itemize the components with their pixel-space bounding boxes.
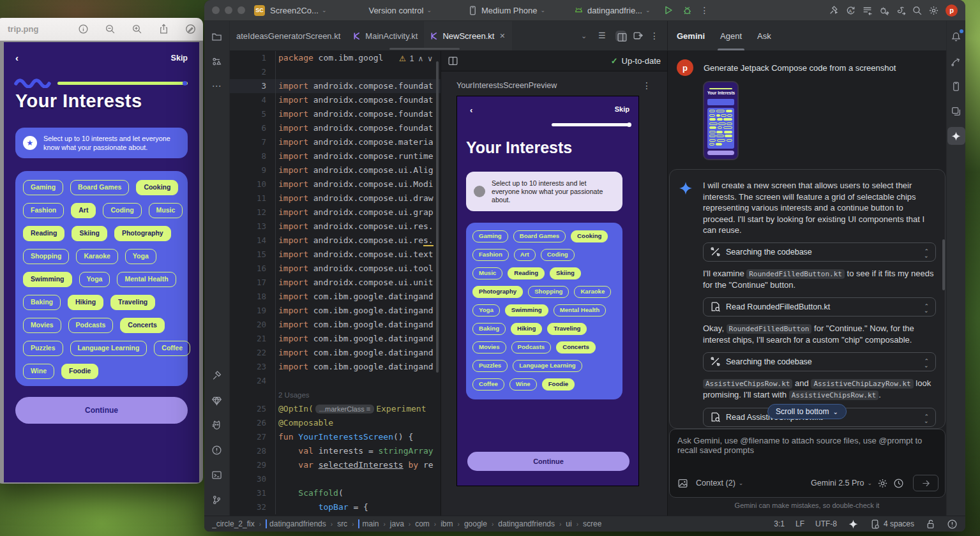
unfold-icon[interactable]: ⌃⌃ bbox=[924, 246, 929, 257]
line-number[interactable]: 21 bbox=[230, 332, 276, 346]
line-number[interactable]: 28 bbox=[230, 444, 276, 458]
line-number[interactable]: 9 bbox=[230, 163, 276, 177]
code-line[interactable]: 11import androidx.compose.ui.draw bbox=[230, 191, 441, 205]
minimize-window-button[interactable] bbox=[225, 6, 232, 14]
code-line[interactable]: 25@OptIn(...markerClass =Experiment bbox=[230, 402, 441, 416]
app-insights-icon[interactable] bbox=[208, 391, 226, 409]
code-line[interactable]: 23import com.ibm.google.datingand bbox=[230, 360, 441, 374]
code-line[interactable]: 17import androidx.compose.ui.unit bbox=[230, 276, 441, 290]
line-separator[interactable]: LF bbox=[795, 519, 804, 528]
code-line[interactable]: 29 var selectedInterests by re bbox=[230, 458, 441, 472]
line-number[interactable]: 1 bbox=[230, 51, 276, 65]
code-line[interactable]: 18import com.ibm.google.datingand bbox=[230, 290, 441, 304]
tab-agent[interactable]: Agent bbox=[720, 21, 742, 50]
line-number[interactable]: 25 bbox=[230, 402, 276, 416]
code-line[interactable]: 20import com.ibm.google.datingand bbox=[230, 318, 441, 332]
tab-ask[interactable]: Ask bbox=[757, 21, 771, 50]
line-number[interactable]: 23 bbox=[230, 360, 276, 374]
breadcrumb-item[interactable]: _circle_2_fix bbox=[212, 519, 255, 528]
zoom-window-button[interactable] bbox=[237, 6, 245, 14]
share-icon[interactable] bbox=[158, 24, 170, 35]
unfold-icon[interactable]: ⌃⌃ bbox=[924, 412, 929, 422]
code-line[interactable]: 30 bbox=[230, 472, 441, 486]
code-line[interactable]: 26@Composable bbox=[230, 416, 441, 430]
more-icon[interactable]: ⋯ bbox=[208, 77, 226, 95]
gemini-status-icon[interactable] bbox=[848, 519, 859, 530]
tab-scrollbar[interactable] bbox=[389, 48, 460, 50]
traffic-lights[interactable] bbox=[212, 6, 245, 14]
structure-lines-icon[interactable]: ☰ bbox=[598, 31, 609, 41]
breadcrumb-item[interactable]: main bbox=[358, 519, 379, 528]
tool-call-row[interactable]: Searching the codebase⌃⌃ bbox=[703, 352, 936, 371]
line-number[interactable]: 27 bbox=[230, 430, 276, 444]
code-line[interactable]: 15import androidx.compose.ui.text bbox=[230, 248, 441, 262]
caret-position[interactable]: 3:1 bbox=[774, 519, 785, 528]
breadcrumb-item[interactable]: ibm bbox=[441, 519, 453, 528]
detach-editor-icon[interactable] bbox=[633, 31, 644, 41]
code-line[interactable]: 28 val interests = stringArray bbox=[230, 444, 441, 458]
code-line[interactable]: 16import androidx.compose.ui.tool bbox=[230, 262, 441, 276]
close-window-button[interactable] bbox=[212, 6, 220, 14]
line-number[interactable]: 24 bbox=[230, 374, 276, 388]
bell-icon[interactable] bbox=[947, 27, 965, 45]
line-number[interactable]: 2 bbox=[230, 65, 276, 79]
gradle-sync-icon[interactable] bbox=[895, 5, 906, 16]
line-number[interactable] bbox=[230, 388, 276, 402]
build-hammer-icon[interactable] bbox=[208, 366, 226, 384]
code-line[interactable]: 2 Usages bbox=[230, 388, 441, 402]
build-run-icon[interactable] bbox=[829, 5, 840, 16]
run-icon[interactable] bbox=[663, 5, 674, 16]
rerun-tests-icon[interactable]: A bbox=[845, 5, 856, 16]
history-icon[interactable] bbox=[862, 5, 873, 16]
search-icon[interactable] bbox=[912, 5, 923, 16]
code-line[interactable]: 10import androidx.compose.ui.Modi bbox=[230, 177, 441, 191]
unfold-icon[interactable]: ⌃⌃ bbox=[924, 301, 929, 312]
debug-icon[interactable] bbox=[682, 5, 693, 16]
code-line[interactable]: 27fun YourInterestsScreen() { bbox=[230, 430, 441, 444]
zoom-in-icon[interactable] bbox=[132, 24, 143, 35]
code-editor[interactable]: 1package com.ibm.googl23import androidx.… bbox=[230, 51, 441, 516]
line-number[interactable]: 19 bbox=[230, 304, 276, 318]
breadcrumb-item[interactable]: java bbox=[390, 519, 404, 528]
chat-input-box[interactable]: Context (2)⌄ Gemini 2.5 Pro⌄ bbox=[669, 429, 946, 498]
breadcrumb-item[interactable]: screens bbox=[583, 519, 601, 528]
line-number[interactable]: 30 bbox=[230, 472, 276, 486]
line-number[interactable]: 16 bbox=[230, 262, 276, 276]
project-selector[interactable]: Screen2Co...⌄ bbox=[270, 6, 326, 15]
breadcrumb-item[interactable]: datingandfriends bbox=[266, 519, 326, 528]
attached-screenshot-thumbnail[interactable]: Your Interests bbox=[703, 81, 739, 160]
profiler-icon[interactable] bbox=[878, 5, 889, 16]
breadcrumb-item[interactable]: datingandfriends bbox=[498, 519, 555, 528]
tool-call-row[interactable]: Searching the codebase⌃⌃ bbox=[703, 242, 936, 262]
close-icon[interactable]: ✕ bbox=[499, 32, 505, 40]
deploy-icon[interactable] bbox=[947, 52, 965, 70]
line-number[interactable]: 10 bbox=[230, 177, 276, 191]
code-line[interactable]: 2 bbox=[230, 65, 441, 79]
chat-scrollbar[interactable] bbox=[942, 239, 945, 290]
line-number[interactable]: 4 bbox=[230, 93, 276, 107]
line-number[interactable]: 29 bbox=[230, 458, 276, 472]
terminal-icon[interactable] bbox=[208, 466, 226, 484]
vcs-widget[interactable]: Version control⌄ bbox=[368, 6, 432, 15]
tab-mainactivity-kt[interactable]: MainActivity.kt bbox=[347, 21, 424, 50]
split-view-icon[interactable] bbox=[448, 56, 458, 66]
line-number[interactable]: 17 bbox=[230, 276, 276, 290]
settings-icon[interactable] bbox=[928, 5, 939, 16]
line-number[interactable]: 31 bbox=[230, 486, 276, 500]
attach-image-icon[interactable] bbox=[677, 478, 688, 489]
kebab-icon[interactable]: ⋮ bbox=[700, 5, 711, 16]
markup-icon[interactable] bbox=[185, 24, 197, 35]
preview-kebab-icon[interactable]: ⋮ bbox=[642, 80, 652, 91]
code-line[interactable]: 21import com.ibm.google.datingand bbox=[230, 332, 441, 346]
code-line[interactable]: 19import com.ibm.google.datingand bbox=[230, 304, 441, 318]
line-number[interactable]: 5 bbox=[230, 107, 276, 121]
resource-manager-icon[interactable] bbox=[208, 52, 226, 70]
code-line[interactable]: 12import androidx.compose.ui.grap bbox=[230, 205, 441, 220]
line-number[interactable]: 32 bbox=[230, 500, 276, 514]
code-line[interactable]: 32 topBar = { bbox=[230, 500, 441, 514]
layers-icon[interactable] bbox=[947, 102, 965, 120]
gear-icon[interactable] bbox=[877, 478, 888, 489]
code-line[interactable]: 9import androidx.compose.ui.Alig bbox=[230, 163, 441, 177]
tab-ateideasgeneratorscreen-kt[interactable]: ateIdeasGeneratorScreen.kt bbox=[230, 21, 347, 50]
indent-widget[interactable]: 4 spaces bbox=[870, 519, 914, 530]
